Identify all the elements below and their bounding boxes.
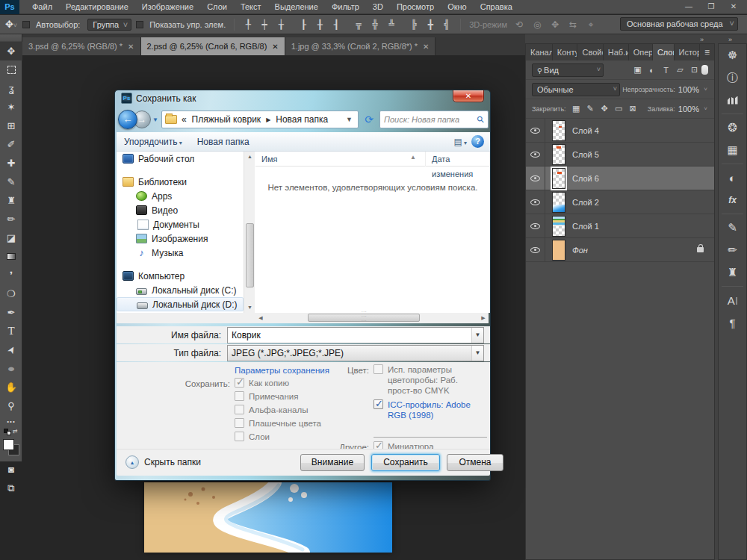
history-brush-tool[interactable]: ✏ xyxy=(0,210,22,228)
swatches-icon[interactable]: ▦ xyxy=(719,139,746,161)
attention-button[interactable]: Внимание xyxy=(300,454,365,471)
panel-collapse-chevron[interactable]: » xyxy=(700,36,703,43)
dodge-tool[interactable]: ❍ xyxy=(0,284,22,303)
distribute-bottom-icon[interactable]: ╩ xyxy=(383,19,400,30)
lock-all-icon[interactable]: ⊠ xyxy=(626,104,640,113)
minimize-button[interactable]: — xyxy=(678,1,699,13)
column-name[interactable]: Имя▲ xyxy=(255,152,426,167)
crop-tool[interactable]: ⊞ xyxy=(0,116,22,135)
styles-icon[interactable]: fx xyxy=(719,189,746,211)
tab-channels[interactable]: Каналы xyxy=(526,44,553,60)
panel-menu-icon[interactable]: ≡ xyxy=(700,44,714,60)
visibility-eye-icon[interactable] xyxy=(526,214,545,237)
checkbox-icon[interactable] xyxy=(235,405,244,414)
checkbox-icon[interactable] xyxy=(235,378,244,388)
scroll-left-icon[interactable]: ◀ xyxy=(255,313,266,323)
workspace-select[interactable]: Основная рабочая среда xyxy=(620,17,738,31)
distribute-vcenter-icon[interactable]: ╬ xyxy=(367,19,383,30)
threed-camera-icon[interactable]: ⌖ xyxy=(582,19,600,30)
breadcrumb-prefix[interactable]: « xyxy=(182,114,187,125)
filter-type-icon[interactable]: T xyxy=(659,66,673,75)
lock-artboard-icon[interactable]: ▭ xyxy=(612,104,626,113)
checkbox-icon[interactable] xyxy=(374,364,383,374)
nav-disk-c[interactable]: Локальный диск (C:) xyxy=(117,283,244,297)
clone-source-icon[interactable]: ♜ xyxy=(719,261,746,284)
column-date[interactable]: Дата изменения xyxy=(426,152,490,167)
distribute-top-icon[interactable]: ╦ xyxy=(350,19,367,30)
nav-vertical-scrollbar[interactable]: ▲ ▼ xyxy=(244,152,255,313)
edit-toolbar-button[interactable]: ••• xyxy=(0,415,22,427)
healing-brush-tool[interactable]: ✚ xyxy=(0,154,22,172)
close-button[interactable]: ✕ xyxy=(723,1,744,13)
breadcrumb-dropdown-icon[interactable]: ▼ xyxy=(344,116,355,123)
align-bottom-icon[interactable]: ╁ xyxy=(273,19,289,30)
layer-row-6-selected[interactable]: Слой 6 xyxy=(526,167,714,190)
menu-filter[interactable]: Фильтр xyxy=(325,0,366,14)
horizontal-scrollbar[interactable]: ◀ ▶ xyxy=(255,313,489,323)
zoom-tool[interactable]: ⚲ xyxy=(0,396,22,415)
layer-thumbnail[interactable] xyxy=(552,192,565,213)
scroll-up-icon[interactable]: ▲ xyxy=(244,152,255,162)
layer-thumbnail[interactable] xyxy=(552,144,565,165)
menu-type[interactable]: Текст xyxy=(234,0,268,14)
brush-presets-icon[interactable]: ✏ xyxy=(719,239,746,261)
filename-dropdown-icon[interactable]: ▼ xyxy=(471,328,483,343)
filter-pixel-icon[interactable]: ▣ xyxy=(630,65,645,75)
align-left-icon[interactable]: ┠ xyxy=(295,19,311,30)
checkbox-icon[interactable] xyxy=(374,399,383,409)
tab-notes[interactable]: Наб.ин xyxy=(604,44,629,60)
menu-select[interactable]: Выделение xyxy=(268,0,325,14)
type-tool[interactable]: T xyxy=(0,322,22,340)
pen-tool[interactable]: ✒ xyxy=(0,303,22,322)
checkbox-layers[interactable]: Слои xyxy=(235,432,270,442)
menu-file[interactable]: Файл xyxy=(25,0,59,14)
curves-icon[interactable]: ◐ xyxy=(719,167,746,189)
nav-documents[interactable]: Документы xyxy=(117,217,244,231)
tab-properties[interactable]: Свойст xyxy=(577,44,603,60)
menu-image[interactable]: Изображение xyxy=(135,0,200,14)
lock-paint-icon[interactable]: ✎ xyxy=(583,104,598,113)
filter-smartobject-icon[interactable]: ⊡ xyxy=(687,65,701,75)
checkbox-proof-setup[interactable]: Исп. параметры цветопробы: Раб. прост-во… xyxy=(374,364,458,396)
filetype-select[interactable]: JPEG (*.JPG;*.JPEG;*.JPE) ▼ xyxy=(227,345,484,361)
screen-mode-button[interactable]: ⧉ xyxy=(0,479,22,497)
layer-thumbnail[interactable] xyxy=(552,168,565,189)
eraser-tool[interactable]: ◪ xyxy=(0,228,22,247)
distribute-left-icon[interactable]: ╠ xyxy=(406,19,422,30)
character-panel-icon[interactable]: A| xyxy=(719,289,746,311)
distribute-right-icon[interactable]: ╣ xyxy=(438,19,455,30)
color-swatches[interactable] xyxy=(0,438,22,460)
filetype-dropdown-icon[interactable]: ▼ xyxy=(471,346,483,361)
blend-mode-select[interactable]: Обычные xyxy=(532,83,620,96)
path-selection-tool[interactable]: ➤ xyxy=(0,340,22,359)
breadcrumb-current[interactable]: Новая папка xyxy=(276,114,328,125)
menu-help[interactable]: Справка xyxy=(474,0,519,14)
layer-thumbnail[interactable] xyxy=(552,240,565,261)
visibility-eye-icon[interactable] xyxy=(526,238,545,261)
new-folder-button[interactable]: Новая папка xyxy=(190,137,257,147)
back-button[interactable]: ← xyxy=(118,110,137,129)
toolbar-grip[interactable] xyxy=(0,34,22,42)
visibility-eye-icon[interactable] xyxy=(526,119,545,142)
save-button[interactable]: Сохранить xyxy=(371,454,440,471)
nav-libraries[interactable]: Библиотеки xyxy=(117,175,244,189)
clone-stamp-tool[interactable]: ♜ xyxy=(0,191,22,210)
breadcrumb[interactable]: « Пляжный коврик ▶ Новая папка ▼ xyxy=(161,111,359,128)
visibility-eye-icon[interactable] xyxy=(526,190,545,214)
filename-input[interactable]: Коврик ▼ xyxy=(227,327,484,343)
tab-layers[interactable]: Слои xyxy=(653,44,675,60)
scrollbar-thumb[interactable] xyxy=(246,223,254,287)
brush-panel-icon[interactable]: ✎ xyxy=(719,217,746,239)
lock-position-icon[interactable]: ✥ xyxy=(598,104,612,113)
help-button[interactable]: ? xyxy=(471,135,484,148)
marquee-tool[interactable] xyxy=(0,60,22,79)
nav-pictures[interactable]: Изображения xyxy=(117,231,244,246)
tab-close-icon[interactable] xyxy=(423,43,429,51)
menu-layers[interactable]: Слои xyxy=(200,0,234,14)
document-canvas[interactable] xyxy=(144,482,392,553)
nav-disk-d-selected[interactable]: Локальный диск (D:) xyxy=(117,297,244,311)
scroll-right-icon[interactable]: ▶ xyxy=(478,313,489,323)
nav-music[interactable]: ♪Музыка xyxy=(117,246,244,260)
show-controls-checkbox[interactable] xyxy=(136,21,143,28)
color-icon[interactable]: ❂ xyxy=(719,116,746,139)
